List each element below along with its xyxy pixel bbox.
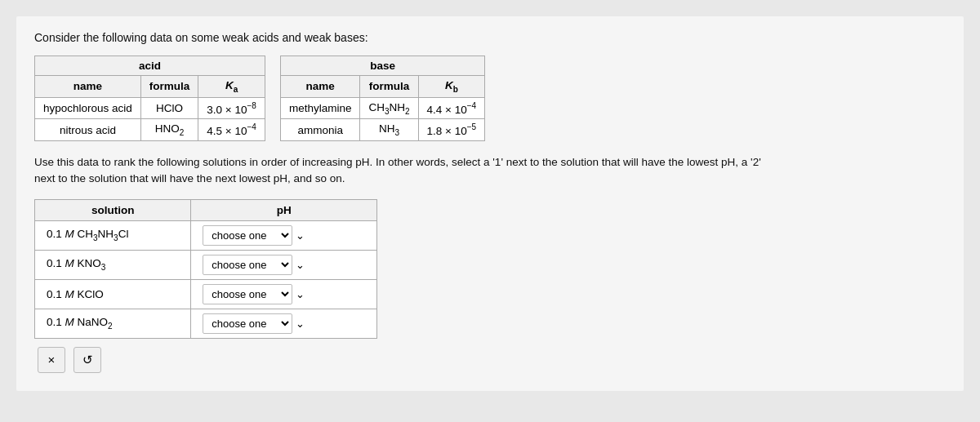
reset-button[interactable]: ↺ — [74, 347, 101, 373]
solution-2: 0.1 M KNO3 — [35, 250, 191, 279]
table-row: 0.1 M KClO choose one 1 2 3 4 ⌄ — [35, 279, 377, 309]
base-kb-header: Kb — [418, 76, 485, 98]
base-formula-header: formula — [360, 76, 418, 98]
instruction-text: Use this data to rank the following solu… — [34, 154, 769, 188]
acid-formula-header: formula — [140, 76, 198, 98]
table-row: methylamine CH3NH2 4.4 × 10−4 — [280, 97, 484, 119]
base-kb-1: 4.4 × 10−4 — [418, 97, 485, 119]
solution-1: 0.1 M CH3NH3Cl — [35, 220, 191, 250]
ph-select-1[interactable]: choose one 1 2 3 4 — [203, 225, 292, 246]
tables-row: acid name formula Ka hypochlorous acid H… — [34, 56, 946, 141]
base-name-1: methylamine — [280, 97, 360, 119]
chevron-down-icon: ⌄ — [296, 259, 305, 271]
ph-select-2[interactable]: choose one 1 2 3 4 — [203, 255, 292, 275]
acid-ka-header: Ka — [198, 76, 265, 98]
acid-ka-2: 4.5 × 10−4 — [198, 119, 265, 141]
ph-dropdown-cell-2: choose one 1 2 3 4 ⌄ — [191, 250, 377, 279]
bottom-buttons: × ↺ — [34, 347, 946, 373]
ranking-solution-header: solution — [35, 199, 191, 220]
table-row: 0.1 M NaNO2 choose one 1 2 3 4 ⌄ — [35, 309, 377, 338]
base-table: base name formula Kb methylamine CH3NH2 … — [280, 56, 485, 141]
ph-select-4[interactable]: choose one 1 2 3 4 — [203, 313, 292, 334]
clear-button[interactable]: × — [38, 347, 65, 373]
base-kb-2: 1.8 × 10−5 — [418, 119, 485, 141]
base-name-2: ammonia — [280, 119, 360, 141]
ph-dropdown-cell-3: choose one 1 2 3 4 ⌄ — [191, 279, 377, 309]
chevron-down-icon: ⌄ — [296, 318, 305, 330]
acid-formula-1: HClO — [140, 97, 198, 119]
solution-3: 0.1 M KClO — [35, 279, 191, 309]
acid-name-2: nitrous acid — [35, 119, 141, 141]
base-formula-1: CH3NH2 — [360, 97, 418, 119]
solution-4: 0.1 M NaNO2 — [35, 309, 191, 338]
acid-name-header: name — [35, 76, 141, 98]
base-name-header: name — [280, 76, 360, 98]
ph-dropdown-cell-1: choose one 1 2 3 4 ⌄ — [191, 220, 377, 250]
acid-title: acid — [35, 56, 265, 76]
ranking-ph-header: pH — [191, 199, 377, 220]
table-row: ammonia NH3 1.8 × 10−5 — [280, 119, 484, 141]
table-row: 0.1 M CH3NH3Cl choose one 1 2 3 4 ⌄ — [35, 220, 377, 250]
base-title: base — [280, 56, 484, 76]
chevron-down-icon: ⌄ — [296, 229, 305, 242]
acid-formula-2: HNO2 — [140, 119, 198, 141]
chevron-down-icon: ⌄ — [296, 288, 305, 300]
ph-dropdown-cell-4: choose one 1 2 3 4 ⌄ — [191, 309, 377, 338]
acid-table: acid name formula Ka hypochlorous acid H… — [34, 56, 265, 141]
table-row: hypochlorous acid HClO 3.0 × 10−8 — [35, 97, 265, 119]
table-row: nitrous acid HNO2 4.5 × 10−4 — [35, 119, 265, 141]
acid-ka-1: 3.0 × 10−8 — [198, 97, 265, 119]
ph-select-3[interactable]: choose one 1 2 3 4 — [203, 284, 292, 304]
intro-text: Consider the following data on some weak… — [34, 31, 946, 44]
table-row: 0.1 M KNO3 choose one 1 2 3 4 ⌄ — [35, 250, 377, 279]
acid-name-1: hypochlorous acid — [35, 97, 141, 119]
base-formula-2: NH3 — [360, 119, 418, 141]
main-container: Consider the following data on some weak… — [16, 16, 964, 391]
ranking-table: solution pH 0.1 M CH3NH3Cl choose one 1 … — [34, 199, 377, 339]
